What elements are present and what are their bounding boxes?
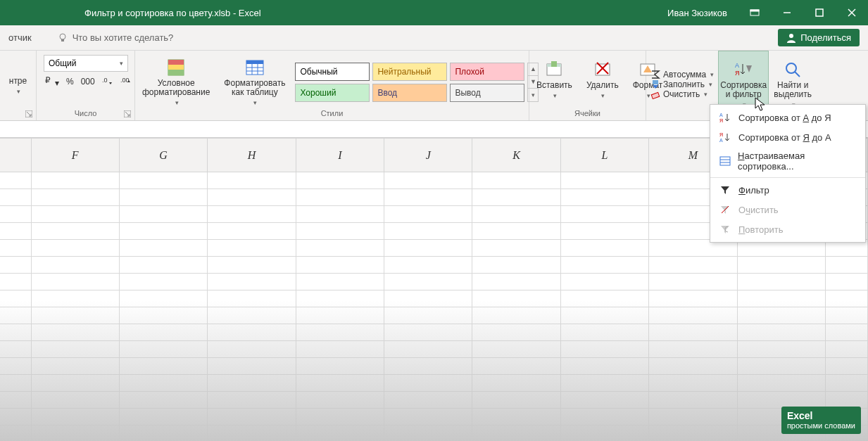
cell[interactable]: [119, 341, 207, 358]
column-header[interactable]: G: [119, 139, 207, 172]
cell[interactable]: [296, 375, 384, 392]
cell[interactable]: [0, 206, 31, 223]
cell[interactable]: [31, 274, 119, 290]
cell[interactable]: [472, 240, 560, 257]
cell[interactable]: [472, 392, 560, 409]
cell[interactable]: [208, 206, 296, 223]
cell[interactable]: [0, 240, 31, 257]
cell[interactable]: [296, 189, 384, 206]
table-row[interactable]: [0, 375, 868, 392]
cell[interactable]: [649, 274, 737, 290]
menu-sort-za[interactable]: ЯА Сортировка от Я до А: [710, 127, 865, 147]
cell[interactable]: [0, 274, 31, 290]
cell[interactable]: [384, 257, 472, 274]
menu-custom-sort[interactable]: Настраиваемая сортировка...: [710, 147, 865, 175]
cell[interactable]: [208, 274, 296, 290]
cell[interactable]: [384, 307, 472, 324]
cell[interactable]: [31, 290, 119, 307]
style-input[interactable]: Ввод: [372, 84, 447, 102]
cell[interactable]: [31, 206, 119, 223]
cell[interactable]: [472, 257, 560, 274]
cell[interactable]: [649, 257, 737, 274]
cell[interactable]: [119, 324, 207, 341]
menu-sort-az[interactable]: АЯ Сортировка от А до Я: [710, 108, 865, 127]
cell[interactable]: [208, 375, 296, 392]
cell[interactable]: [0, 257, 31, 274]
cell[interactable]: [296, 324, 384, 341]
cell[interactable]: [384, 409, 472, 426]
cell[interactable]: [119, 257, 207, 274]
cell[interactable]: [384, 375, 472, 392]
ribbon-tab-fragment[interactable]: отчик: [0, 32, 40, 43]
cell[interactable]: [384, 358, 472, 375]
cell[interactable]: [208, 324, 296, 341]
cell[interactable]: [737, 324, 826, 341]
cell[interactable]: [119, 206, 207, 223]
cell[interactable]: [826, 341, 868, 358]
cell[interactable]: [119, 189, 207, 206]
cell[interactable]: [472, 409, 560, 426]
cell[interactable]: [826, 257, 868, 274]
cell[interactable]: [208, 426, 296, 442]
cell[interactable]: [119, 290, 207, 307]
cell[interactable]: [119, 358, 207, 375]
cell[interactable]: [0, 426, 31, 442]
conditional-formatting-button[interactable]: Условное форматирование▾: [135, 55, 217, 109]
cell[interactable]: [208, 409, 296, 426]
column-header[interactable]: I: [296, 139, 384, 172]
cell[interactable]: [296, 274, 384, 290]
maximize-button[interactable]: [803, 0, 836, 25]
cell[interactable]: [31, 189, 119, 206]
table-row[interactable]: [0, 341, 868, 358]
cell[interactable]: [384, 324, 472, 341]
cell[interactable]: [296, 307, 384, 324]
cell[interactable]: [472, 307, 560, 324]
dialog-launcher-icon[interactable]: [25, 110, 33, 119]
user-name[interactable]: Иван Зюзиков: [667, 8, 727, 18]
cell[interactable]: [296, 240, 384, 257]
cell[interactable]: [826, 274, 868, 290]
cell[interactable]: [119, 392, 207, 409]
cell[interactable]: [649, 375, 737, 392]
cell[interactable]: [737, 358, 826, 375]
table-row[interactable]: [0, 257, 868, 274]
table-row[interactable]: [0, 409, 868, 426]
cell[interactable]: [560, 206, 648, 223]
decrease-decimal-button[interactable]: .00: [120, 75, 132, 87]
cell[interactable]: [384, 206, 472, 223]
cell[interactable]: [119, 172, 207, 189]
cell[interactable]: [31, 324, 119, 341]
cell[interactable]: [472, 375, 560, 392]
cell[interactable]: [296, 172, 384, 189]
cell[interactable]: [119, 223, 207, 240]
cell[interactable]: [384, 290, 472, 307]
cell[interactable]: [649, 324, 737, 341]
cell[interactable]: [560, 257, 648, 274]
fill-button[interactable]: Заполнить ▾: [650, 79, 714, 89]
number-format-dropdown[interactable]: Общий ▾: [44, 55, 128, 72]
cell[interactable]: [384, 341, 472, 358]
cell[interactable]: [31, 240, 119, 257]
cell[interactable]: [560, 240, 648, 257]
cell[interactable]: [296, 257, 384, 274]
cell[interactable]: [649, 358, 737, 375]
column-header[interactable]: L: [560, 139, 648, 172]
cell[interactable]: [208, 257, 296, 274]
cell[interactable]: [560, 189, 648, 206]
cell[interactable]: [472, 324, 560, 341]
cell[interactable]: [737, 257, 826, 274]
cell[interactable]: [649, 341, 737, 358]
table-row[interactable]: [0, 358, 868, 375]
cell[interactable]: [0, 223, 31, 240]
cell[interactable]: [384, 172, 472, 189]
cell[interactable]: [0, 324, 31, 341]
cell[interactable]: [119, 409, 207, 426]
cell[interactable]: [296, 409, 384, 426]
cell[interactable]: [296, 341, 384, 358]
cell[interactable]: [31, 307, 119, 324]
cell[interactable]: [31, 358, 119, 375]
cell[interactable]: [384, 274, 472, 290]
cell[interactable]: [737, 392, 826, 409]
cell[interactable]: [208, 223, 296, 240]
cell[interactable]: [472, 341, 560, 358]
